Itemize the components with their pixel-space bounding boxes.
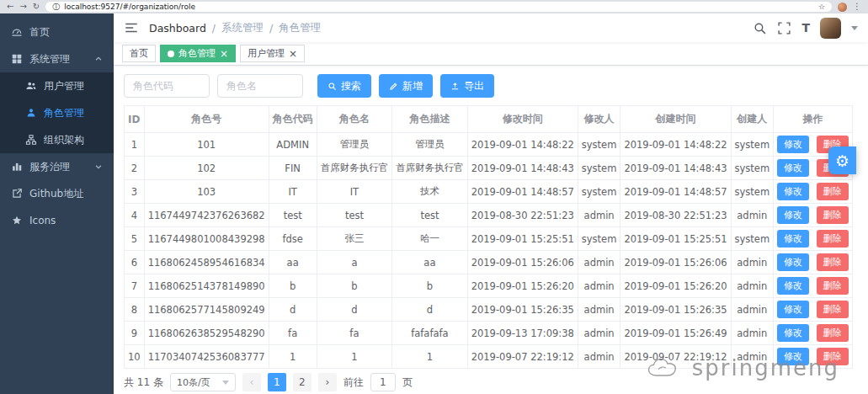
sidebar-item-label: 组织架构 [44, 133, 84, 147]
settings-gear-button[interactable]: ⚙ [828, 146, 856, 174]
breadcrumb-dashboard[interactable]: Dashboard [149, 22, 206, 35]
navbar-right-tools: T [753, 18, 858, 39]
cell-role-desc: 技术 [392, 180, 468, 204]
sidebar-item-org[interactable]: 组织架构 [0, 126, 114, 153]
table-row: 6 1168062458954616834 aa a aa 2019-09-01… [125, 251, 853, 274]
cell-role-no: 1168062577145809249 [144, 298, 269, 322]
next-page-button[interactable]: › [318, 373, 337, 391]
cell-cuser: system [731, 133, 774, 157]
page-button-2[interactable]: 2 [293, 373, 312, 391]
col-header-role-desc: 角色描述 [392, 106, 468, 133]
cell-role-code: b [269, 274, 317, 298]
delete-button[interactable]: 删除 [817, 253, 849, 271]
add-button[interactable]: 新增 [379, 74, 433, 98]
col-header-role-no: 角色号 [144, 106, 269, 133]
tag-role-mgmt[interactable]: 角色管理 × [160, 45, 236, 62]
search-button[interactable]: 搜索 [317, 74, 371, 98]
font-size-icon[interactable]: T [801, 22, 810, 34]
edit-button[interactable]: 修改 [777, 277, 809, 295]
browser-forward-icon[interactable]: → [19, 3, 26, 11]
edit-button[interactable]: 修改 [777, 136, 809, 153]
cell-role-name: 管理员 [317, 133, 392, 157]
browser-refresh-icon[interactable]: ↻ [33, 3, 40, 11]
edit-button[interactable]: 修改 [777, 301, 809, 318]
cell-id: 10 [125, 345, 145, 369]
sidebar-item-label: 用户管理 [44, 79, 84, 93]
bookmark-star-icon[interactable]: ☆ [818, 3, 825, 11]
table-header: ID 角色号 角色代码 角色名 角色描述 修改时间 修改人 创建时间 创建人 操… [125, 106, 853, 133]
export-button[interactable]: 导出 [440, 74, 494, 98]
edit-button[interactable]: 修改 [777, 183, 809, 200]
cell-role-name: a [317, 251, 392, 274]
avatar-caret-down-icon[interactable] [851, 26, 858, 30]
browser-profile-avatar[interactable] [838, 3, 847, 12]
sidebar-item-service[interactable]: 服务治理 [0, 153, 114, 180]
sidebar-item-icons[interactable]: Icons [0, 207, 114, 234]
cell-role-no: 1168062638529548290 [144, 322, 269, 345]
search-icon[interactable] [753, 21, 767, 35]
tag-close-icon[interactable]: × [220, 49, 228, 59]
page-size-select[interactable]: 10条/页 [170, 373, 236, 391]
edit-button[interactable]: 修改 [777, 324, 809, 342]
delete-button[interactable]: 删除 [817, 206, 849, 224]
fullscreen-icon[interactable] [777, 21, 791, 35]
sidebar-item-github[interactable]: Github地址 [0, 180, 114, 207]
cell-ctime: 2019-08-30 22:51:23 [620, 204, 731, 227]
sidebar-item-home[interactable]: 首页 [0, 19, 114, 45]
browser-back-icon[interactable]: ← [7, 3, 13, 11]
cell-role-desc: 首席财务执行官 [392, 157, 468, 180]
goto-page-input[interactable] [370, 373, 396, 391]
cell-muser: system [578, 227, 620, 251]
tag-close-icon[interactable]: × [289, 49, 297, 59]
site-info-icon[interactable]: ⓘ [52, 2, 60, 13]
hamburger-icon[interactable] [124, 20, 139, 35]
sidebar-item-role-mgmt[interactable]: 角色管理 [0, 99, 114, 126]
cell-role-no: 1168062458954616834 [144, 251, 269, 274]
edit-button[interactable]: 修改 [777, 253, 809, 271]
delete-button[interactable]: 删除 [817, 230, 849, 248]
cell-role-code: fdse [269, 227, 317, 251]
cell-id: 8 [125, 298, 145, 322]
sidebar-item-system[interactable]: 系统管理 [0, 45, 114, 72]
table-row: 9 1168062638529548290 fa fa fafafafa 201… [125, 322, 853, 345]
tag-user-mgmt[interactable]: 用户管理 × [240, 45, 305, 62]
delete-button[interactable]: 删除 [817, 183, 849, 200]
breadcrumb-separator: / [212, 22, 216, 35]
external-link-icon [11, 188, 23, 200]
cell-mtime: 2019-09-13 17:09:38 [467, 322, 578, 345]
sidebar-item-label: Github地址 [29, 187, 83, 201]
role-code-input[interactable] [124, 74, 210, 98]
col-header-muser: 修改人 [578, 106, 620, 133]
browser-menu-icon[interactable]: ⋮ [853, 3, 861, 11]
prev-page-button[interactable]: ‹ [242, 373, 261, 391]
edit-button[interactable]: 修改 [777, 230, 809, 248]
cell-cuser: system [731, 227, 774, 251]
address-bar[interactable]: ⓘ localhost:9527/#/organization/role ☆ [45, 2, 832, 12]
sidebar-item-label: 首页 [29, 25, 50, 40]
table-row: 2 102 FIN 首席财务执行官 首席财务执行官 2019-09-01 14:… [125, 157, 853, 180]
tag-home[interactable]: 首页 [122, 45, 156, 62]
delete-button[interactable]: 删除 [817, 324, 849, 342]
breadcrumb-system[interactable]: 系统管理 [221, 21, 264, 35]
sidebar-item-user-mgmt[interactable]: 用户管理 [0, 72, 114, 99]
tag-label: 首页 [130, 47, 148, 60]
edit-button[interactable]: 修改 [777, 159, 809, 177]
gear-icon: ⚙ [835, 152, 849, 170]
cell-mtime: 2019-09-01 15:25:51 [467, 227, 578, 251]
cell-muser: admin [578, 345, 620, 369]
table-row: 1 101 ADMIN 管理员 管理员 2019-09-01 14:48:22 … [125, 133, 853, 157]
cell-id: 7 [125, 274, 145, 298]
role-name-input[interactable] [217, 74, 303, 98]
delete-button[interactable]: 删除 [817, 301, 849, 318]
user-avatar[interactable] [820, 18, 841, 39]
delete-button[interactable]: 删除 [817, 277, 849, 295]
icons-star-icon [11, 215, 23, 226]
chevron-down-icon [94, 162, 103, 171]
cell-muser: admin [578, 274, 620, 298]
page-button-1[interactable]: 1 [268, 373, 286, 391]
watermark-cloud-logo [646, 355, 684, 381]
cell-role-desc: fafafafa [392, 322, 468, 345]
col-header-role-name: 角色名 [317, 106, 392, 133]
cell-id: 4 [125, 204, 145, 227]
edit-button[interactable]: 修改 [777, 206, 809, 224]
